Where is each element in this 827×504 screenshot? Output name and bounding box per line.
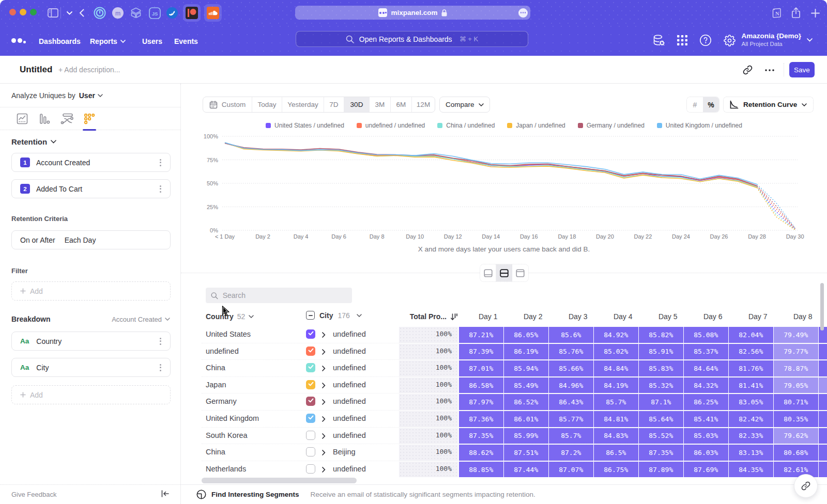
retention-cell[interactable]: 87.07%	[549, 462, 593, 478]
criteria-each-day[interactable]: Each Day	[65, 236, 96, 244]
row-country[interactable]: Japan	[206, 381, 226, 389]
retention-cell[interactable]: 85.7%	[549, 428, 593, 444]
breakdown-country[interactable]: Aa Country	[11, 332, 171, 351]
range-today[interactable]: Today	[252, 97, 282, 112]
retention-cell[interactable]: 80.68%	[774, 445, 818, 461]
retention-cell[interactable]: 87.69%	[684, 462, 728, 478]
retention-cell[interactable]: 85.49%	[504, 377, 548, 393]
row-city[interactable]: undefined	[333, 381, 366, 389]
legend-item[interactable]: China / undefined	[437, 122, 495, 129]
retention-cell[interactable]: 81.76%	[729, 360, 773, 376]
retention-cell[interactable]: 87.35%	[639, 445, 683, 461]
retention-cell[interactable]: 85.41%	[684, 411, 728, 427]
row-city[interactable]: undefined	[333, 364, 366, 372]
expand-row-icon[interactable]	[322, 448, 326, 458]
row-checkbox-checked[interactable]	[306, 397, 315, 406]
absolute-number-toggle[interactable]: #	[687, 97, 703, 112]
sidebar-toggle-icon[interactable]	[45, 6, 60, 20]
address-more-icon[interactable]	[518, 8, 528, 18]
retention-cell[interactable]: 87.01%	[459, 360, 503, 376]
share-link-fab[interactable]	[794, 474, 818, 498]
retention-cell[interactable]: 87.97%	[459, 394, 503, 410]
day-column-header[interactable]: Day 4	[593, 312, 633, 321]
row-city[interactable]: undefined	[333, 465, 366, 473]
retention-cell[interactable]: 86.25%	[684, 394, 728, 410]
retention-cell[interactable]: 85.94%	[504, 360, 548, 376]
retention-cell[interactable]: 87.89%	[639, 462, 683, 478]
account-switcher[interactable]: Amazonia {Demo} All Project Data	[741, 32, 813, 47]
retention-cell[interactable]: 87.36%	[459, 411, 503, 427]
range-3m[interactable]: 3M	[370, 97, 391, 112]
row-country[interactable]: undefined	[206, 347, 239, 355]
retention-cell[interactable]: 85.77%	[549, 411, 593, 427]
row-checkbox-checked[interactable]	[306, 346, 315, 356]
retention-cell[interactable]: 79.05%	[774, 377, 818, 393]
retention-cell[interactable]: 86.52%	[504, 394, 548, 410]
nav-dashboards[interactable]: Dashboards	[39, 36, 81, 46]
retention-cell[interactable]	[819, 462, 827, 478]
retention-cell[interactable]: 86.01%	[504, 411, 548, 427]
retention-cell[interactable]: 88.62%	[459, 445, 503, 461]
retention-cell[interactable]: 78.87%	[774, 360, 818, 376]
criteria-on-or-after[interactable]: On or After	[20, 236, 55, 244]
row-country[interactable]: China	[206, 364, 225, 372]
breakdown-menu-icon[interactable]	[157, 364, 164, 371]
step-menu-icon[interactable]	[157, 159, 164, 166]
retention-cell[interactable]: 79.62%	[774, 428, 818, 444]
row-checkbox-unchecked[interactable]	[306, 464, 315, 474]
retention-cell[interactable]: 84.84%	[594, 360, 638, 376]
retention-cell[interactable]: 86.58%	[459, 377, 503, 393]
retention-cell[interactable]: 85.03%	[684, 428, 728, 444]
vertical-scrollbar[interactable]	[820, 283, 824, 330]
funnels-tab[interactable]	[37, 111, 52, 127]
day-column-header[interactable]: Day 3	[548, 312, 588, 321]
retention-cell[interactable]: 86.43%	[549, 394, 593, 410]
retention-cell[interactable]: 86.5%	[594, 445, 638, 461]
legend-item[interactable]: United States / undefined	[266, 122, 344, 129]
row-country[interactable]: United Kingdom	[206, 414, 259, 422]
mixpanel-logo[interactable]	[11, 38, 26, 43]
day-column-header[interactable]: Day 8	[773, 312, 813, 321]
bird-icon[interactable]	[165, 6, 179, 20]
day-column-header[interactable]: Day 2	[503, 312, 543, 321]
nav-reports[interactable]: Reports	[90, 36, 126, 46]
range-6m[interactable]: 6M	[391, 97, 412, 112]
retention-cell[interactable]: 87.35%	[459, 428, 503, 444]
legend-item[interactable]: United Kingdom / undefined	[657, 122, 742, 129]
row-city[interactable]: undefined	[333, 397, 366, 405]
retention-section-title[interactable]: Retention	[11, 137, 56, 146]
row-checkbox-unchecked[interactable]	[306, 447, 315, 456]
table-only-view-icon[interactable]	[512, 264, 528, 281]
data-management-icon[interactable]	[652, 33, 666, 48]
settings-gear-icon[interactable]	[722, 33, 737, 48]
m-profile-icon[interactable]: m	[111, 6, 125, 20]
add-breakdown-button[interactable]: Add	[11, 385, 171, 404]
retention-cell[interactable]: 82.33%	[729, 428, 773, 444]
row-country[interactable]: Netherlands	[206, 465, 246, 473]
row-checkbox-unchecked[interactable]	[306, 431, 315, 440]
retention-cell[interactable]	[819, 344, 827, 360]
nav-events[interactable]: Events	[174, 36, 198, 46]
day-column-header[interactable]: Day 6	[683, 312, 723, 321]
chart-type-select[interactable]: Retention Curve	[723, 97, 814, 113]
retention-cell[interactable]: 86.19%	[504, 344, 548, 360]
day-column-header[interactable]: Day 1	[458, 312, 498, 321]
window-controls[interactable]	[9, 9, 37, 15]
expand-row-icon[interactable]	[322, 415, 326, 424]
report-title[interactable]: Untitled	[20, 65, 52, 75]
retention-cell[interactable]	[819, 360, 827, 376]
soundcloud-icon[interactable]	[204, 4, 222, 22]
add-description[interactable]: + Add description...	[58, 66, 120, 74]
retention-cell[interactable]	[819, 411, 827, 427]
copy-link-icon[interactable]	[743, 65, 753, 75]
row-city[interactable]: undefined	[333, 414, 366, 422]
retention-cell[interactable]: 80.35%	[774, 411, 818, 427]
retention-cell[interactable]: 85.64%	[639, 411, 683, 427]
close-window-button[interactable]	[9, 9, 16, 15]
expand-row-icon[interactable]	[322, 381, 326, 390]
retention-line-chart[interactable]: 100%75%50%25%0%< 1 DayDay 2Day 4Day 6Day…	[181, 130, 827, 245]
range-12m[interactable]: 12M	[412, 97, 435, 112]
retention-cell[interactable]: 87.39%	[459, 344, 503, 360]
js-icon[interactable]: JS	[147, 6, 162, 20]
breakdown-event-select[interactable]: Account Created	[112, 316, 170, 323]
